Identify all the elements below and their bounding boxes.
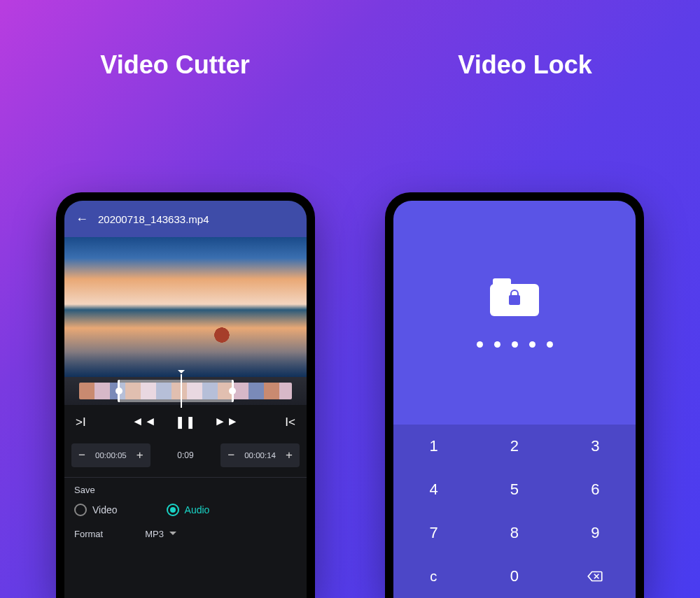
backspace-icon [586, 567, 604, 585]
radio-audio[interactable]: Audio [167, 504, 210, 516]
key-9[interactable]: 9 [555, 511, 636, 555]
folder-lock-icon [490, 278, 539, 316]
save-section: Save Video Audio Format MP3 [64, 477, 307, 546]
screen-cutter: ← 20200718_143633.mp4 >I ◄◄ ❚❚ ►► I< [64, 201, 307, 598]
key-1[interactable]: 1 [393, 425, 474, 468]
skip-end-icon[interactable]: I< [285, 415, 295, 429]
skip-start-icon[interactable]: >I [76, 415, 86, 429]
end-time-plus[interactable]: + [280, 446, 298, 464]
video-preview[interactable] [64, 237, 307, 377]
pause-icon[interactable]: ❚❚ [175, 415, 196, 429]
heading-cutter: Video Cutter [0, 50, 350, 80]
phone-lock: 123456789c0 [385, 192, 644, 598]
start-time-stepper[interactable]: − 00:00:05 + [71, 443, 150, 467]
phone-cutter: ← 20200718_143633.mp4 >I ◄◄ ❚❚ ►► I< [56, 192, 315, 598]
key-3[interactable]: 3 [555, 425, 636, 468]
key-4[interactable]: 4 [393, 468, 474, 511]
format-label: Format [74, 529, 103, 539]
key-5[interactable]: 5 [474, 468, 554, 511]
pin-dots [477, 341, 553, 348]
format-value: MP3 [145, 529, 164, 539]
radio-audio-label: Audio [185, 504, 210, 515]
lock-top-area [393, 201, 636, 425]
transport-controls: >I ◄◄ ❚❚ ►► I< [64, 405, 307, 439]
chevron-down-icon [169, 532, 176, 539]
start-time-value: 00:00:05 [92, 451, 130, 460]
time-adjust-row: − 00:00:05 + 0:09 − 00:00:14 + [64, 439, 307, 477]
heading-lock: Video Lock [350, 50, 700, 80]
pin-dot [512, 341, 518, 348]
pin-dot [529, 341, 536, 348]
end-time-minus[interactable]: − [222, 446, 240, 464]
lock-icon [509, 295, 520, 305]
end-time-value: 00:00:14 [241, 451, 279, 460]
pin-dot [477, 341, 483, 348]
pin-dot [547, 341, 553, 348]
back-arrow-icon[interactable]: ← [76, 212, 88, 227]
radio-video-label: Video [92, 504, 118, 515]
timeline[interactable] [64, 377, 307, 405]
key-0[interactable]: 0 [474, 555, 554, 598]
key-6[interactable]: 6 [555, 468, 636, 511]
forward-icon[interactable]: ►► [214, 415, 239, 429]
key-2[interactable]: 2 [474, 425, 554, 468]
topbar: ← 20200718_143633.mp4 [64, 201, 307, 237]
key-7[interactable]: 7 [393, 511, 474, 555]
rewind-icon[interactable]: ◄◄ [132, 415, 157, 429]
radio-dot-icon [167, 504, 179, 516]
key-backspace[interactable] [555, 555, 636, 598]
filename-label: 20200718_143633.mp4 [98, 213, 209, 225]
save-label: Save [74, 485, 297, 495]
start-time-minus[interactable]: − [73, 446, 91, 464]
pin-dot [494, 341, 500, 348]
end-time-stepper[interactable]: − 00:00:14 + [220, 443, 300, 467]
screen-lock: 123456789c0 [393, 201, 636, 598]
format-dropdown[interactable]: MP3 [145, 529, 176, 539]
timeline-playhead[interactable] [181, 374, 182, 408]
trim-range[interactable] [118, 380, 234, 402]
key-8[interactable]: 8 [474, 511, 554, 555]
key-clear[interactable]: c [393, 555, 474, 598]
current-time-value: 0:09 [177, 450, 193, 460]
start-time-plus[interactable]: + [131, 446, 149, 464]
keypad: 123456789c0 [393, 425, 636, 598]
radio-video[interactable]: Video [74, 504, 118, 516]
radio-dot-icon [74, 504, 87, 516]
